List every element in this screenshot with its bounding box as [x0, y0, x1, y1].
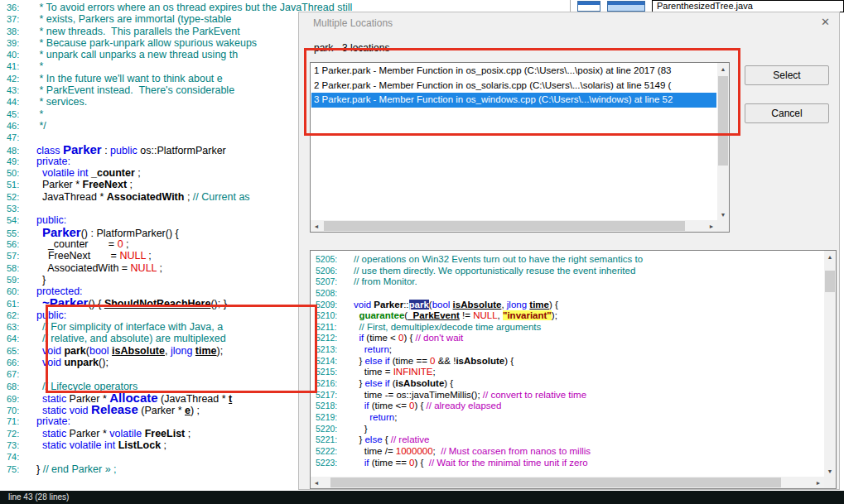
code-line: 5207:// from Monitor.	[312, 276, 822, 288]
code-line: 5214: } else if (time == 0 && !isAbsolut…	[312, 356, 822, 367]
scroll-down-icon[interactable]: ▼	[717, 209, 729, 220]
locations-count-label: park - 3 locations	[314, 42, 389, 54]
status-bar: line 43 (28 lines)	[0, 491, 844, 504]
scrollbar-track[interactable]	[824, 262, 836, 465]
preview-code: 5205:// operations on Win32 Events turn …	[312, 254, 822, 475]
line-number: 5223:	[312, 458, 354, 469]
code-line: 5208:	[312, 288, 822, 300]
line-number: 5220:	[312, 424, 354, 435]
scroll-down-icon[interactable]: ▼	[824, 465, 836, 477]
select-button[interactable]: Select	[745, 65, 829, 85]
window-titlebar: ParenthesizedTree.java	[570, 0, 844, 12]
line-number: 37:	[0, 13, 36, 25]
line-number: 5217:	[312, 390, 354, 401]
line-number: 45:	[0, 108, 36, 120]
line-number: 49:	[0, 156, 36, 167]
line-number: 63:	[0, 321, 36, 333]
line-number: 73:	[0, 439, 36, 451]
line-number: 47:	[0, 132, 36, 143]
window-icon[interactable]	[607, 1, 645, 12]
scrollbar-track[interactable]	[717, 74, 729, 209]
scroll-left-icon[interactable]: ◄	[311, 220, 322, 232]
line-number: 5215:	[312, 367, 354, 378]
code-line: 5223: if (time == 0) { // Wait for the m…	[312, 458, 822, 469]
scroll-up-icon[interactable]: ▲	[717, 63, 729, 74]
line-number: 5221:	[312, 434, 354, 446]
code-line: 5221: } else { // relative	[312, 434, 822, 446]
line-number: 38:	[0, 26, 36, 37]
scroll-right-icon[interactable]: ►	[706, 220, 717, 232]
line-number: 74:	[0, 451, 36, 463]
line-number: 52:	[0, 191, 36, 203]
window-icon[interactable]	[577, 1, 600, 12]
line-number: 42:	[0, 73, 36, 84]
line-number: 51:	[0, 179, 36, 190]
line-number: 5207:	[312, 276, 354, 288]
line-number: 75:	[0, 463, 36, 475]
scrollbar-track[interactable]	[322, 477, 813, 488]
location-item[interactable]: 1 Parker.park - Member Function in os_po…	[311, 64, 716, 79]
line-number: 66:	[0, 357, 36, 368]
scroll-right-icon[interactable]: ►	[813, 477, 824, 488]
line-number: 5212:	[312, 333, 354, 344]
line-number: 68:	[0, 381, 36, 392]
code-line: 5219: return;	[312, 412, 822, 424]
line-number: 5208:	[312, 288, 354, 300]
preview-pane: 5205:// operations on Win32 Events turn …	[310, 250, 837, 489]
preview-vertical-scrollbar[interactable]: ▲ ▼	[824, 251, 836, 477]
line-number: 58:	[0, 262, 36, 274]
locations-list: 1 Parker.park - Member Function in os_po…	[311, 64, 716, 219]
scrollbar-corner	[824, 477, 836, 488]
scrollbar-thumb[interactable]	[718, 76, 728, 166]
line-number: 5222:	[312, 446, 354, 458]
scroll-left-icon[interactable]: ◄	[311, 477, 322, 488]
code-line: 5216: } else if (isAbsolute) {	[312, 378, 822, 390]
dialog-title: Multiple Locations	[313, 17, 393, 29]
scrollbar-corner	[717, 220, 729, 232]
code-line: 5205:// operations on Win32 Events turn …	[312, 254, 822, 266]
line-number: 5211:	[312, 322, 354, 334]
location-item[interactable]: 3 Parker.park - Member Function in os_wi…	[311, 93, 716, 108]
line-number: 64:	[0, 333, 36, 344]
scrollbar-thumb[interactable]	[324, 221, 685, 231]
line-number: 5205:	[312, 254, 354, 266]
line-number: 59:	[0, 274, 36, 286]
code-line: 5210: guarantee(_ParkEvent != NULL, "inv…	[312, 310, 822, 322]
line-number: 65:	[0, 345, 36, 357]
line-number: 69:	[0, 393, 36, 405]
line-number: 5213:	[312, 344, 354, 356]
line-number: 36:	[0, 2, 36, 13]
line-number: 55:	[0, 228, 36, 239]
scroll-up-icon[interactable]: ▲	[824, 251, 836, 262]
line-number: 72:	[0, 428, 36, 439]
code-line: 5220: }	[312, 424, 822, 435]
multiple-locations-dialog: Multiple Locations ✕ park - 3 locations …	[298, 12, 840, 490]
preview-horizontal-scrollbar[interactable]: ◄ ►	[311, 477, 824, 488]
line-number: 62:	[0, 310, 36, 321]
code-line: 5209:void Parker::park(bool isAbsolute, …	[312, 300, 822, 311]
close-icon[interactable]: ✕	[821, 16, 830, 28]
location-item[interactable]: 2 Parker.park - Member Function in os_so…	[311, 79, 716, 94]
line-number: 41:	[0, 60, 36, 72]
line-number: 5209:	[312, 300, 354, 311]
file-tab[interactable]: ParenthesizedTree.java	[652, 0, 844, 12]
line-number: 5218:	[312, 401, 354, 412]
line-number: 70:	[0, 405, 36, 416]
code-line: 5217: time -= os::javaTimeMillis(); // c…	[312, 390, 822, 401]
line-number: 39:	[0, 37, 36, 49]
list-horizontal-scrollbar[interactable]: ◄ ►	[311, 220, 717, 232]
line-number: 61:	[0, 298, 36, 310]
line-number: 43:	[0, 84, 36, 96]
scrollbar-thumb[interactable]	[330, 478, 781, 487]
code-line: 5212: if (time < 0) { // don't wait	[312, 333, 822, 344]
screen: 36: * To avoid errors where an os thread…	[0, 0, 844, 504]
line-number: 54:	[0, 214, 36, 226]
line-number: 44:	[0, 96, 36, 108]
line-number: 56:	[0, 238, 36, 250]
line-number: 60:	[0, 286, 36, 297]
line-number: 5219:	[312, 412, 354, 424]
scrollbar-track[interactable]	[322, 220, 706, 232]
cancel-button[interactable]: Cancel	[745, 103, 829, 123]
scrollbar-thumb[interactable]	[825, 271, 835, 292]
list-vertical-scrollbar[interactable]: ▲ ▼	[717, 63, 729, 220]
